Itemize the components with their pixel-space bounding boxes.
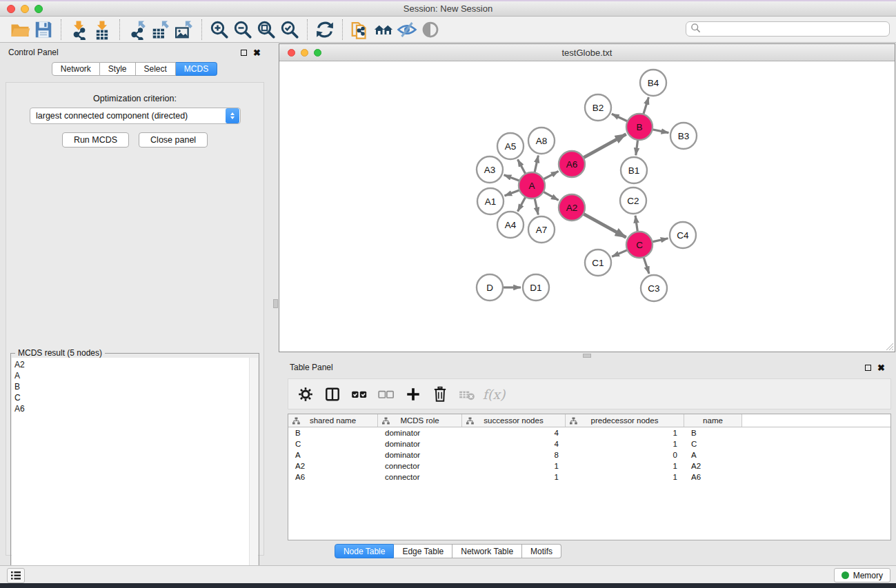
zoom-in-icon[interactable] [208, 19, 231, 41]
column-header-shared-name[interactable]: shared name [288, 414, 378, 427]
cell-successor-nodes[interactable]: 1 [462, 462, 566, 470]
cell-predecessor-nodes[interactable]: 1 [566, 429, 684, 437]
mcds-result-item[interactable]: B [14, 381, 250, 392]
cell-shared-name[interactable]: B [288, 429, 378, 437]
cell-successor-nodes[interactable]: 8 [462, 451, 566, 459]
cell-shared-name[interactable]: A6 [288, 473, 378, 481]
float-table-panel-icon[interactable] [865, 365, 871, 371]
graph-node-A3[interactable]: A3 [477, 156, 503, 183]
home-network-icon[interactable] [372, 19, 395, 41]
cell-name[interactable]: A [684, 451, 742, 459]
import-network-icon[interactable] [67, 19, 90, 41]
graph-node-B2[interactable]: B2 [585, 94, 611, 121]
select-all-checkboxes-icon[interactable] [349, 384, 370, 405]
tab-mcds[interactable]: MCDS [176, 62, 217, 76]
open-folder-icon[interactable] [8, 19, 32, 41]
cell-name[interactable]: A6 [684, 473, 742, 481]
table-row[interactable]: Cdominator41C [288, 438, 890, 449]
graph-node-B1[interactable]: B1 [621, 157, 647, 183]
cell-successor-nodes[interactable]: 1 [462, 473, 566, 481]
graph-node-D1[interactable]: D1 [523, 274, 549, 301]
deselect-checkboxes-icon[interactable] [376, 384, 397, 405]
mcds-result-item[interactable]: A [14, 370, 250, 381]
column-header-successor-nodes[interactable]: successor nodes [462, 414, 566, 427]
search-input[interactable] [701, 23, 889, 35]
cell-name[interactable]: C [684, 440, 742, 448]
show-eye-icon[interactable] [419, 19, 442, 41]
graph-node-A8[interactable]: A8 [528, 128, 555, 154]
table-row[interactable]: A2connector11A2 [288, 460, 890, 472]
graph-node-C3[interactable]: C3 [641, 275, 667, 301]
cell-predecessor-nodes[interactable]: 1 [566, 473, 684, 481]
tab-node-table[interactable]: Node Table [335, 544, 395, 558]
graph-node-A5[interactable]: A5 [497, 133, 524, 159]
delete-column-trash-icon[interactable] [430, 384, 450, 405]
mcds-result-item[interactable]: C [14, 392, 250, 403]
cell-shared-name[interactable]: C [288, 440, 378, 448]
refresh-icon[interactable] [313, 19, 337, 41]
settings-gear-icon[interactable] [295, 384, 316, 405]
zoom-selected-icon[interactable] [278, 19, 301, 41]
mcds-result-item[interactable]: A6 [14, 403, 250, 414]
column-header-MCDS-role[interactable]: MCDS role [378, 414, 462, 427]
graph-node-A4[interactable]: A4 [497, 212, 524, 238]
cell-predecessor-nodes[interactable]: 0 [566, 451, 684, 459]
copy-network-document-icon[interactable] [348, 19, 372, 41]
cell-MCDS-role[interactable]: dominator [378, 429, 462, 437]
search-box[interactable] [686, 21, 890, 37]
graph-node-B3[interactable]: B3 [670, 123, 697, 149]
cell-predecessor-nodes[interactable]: 1 [566, 440, 684, 448]
zoom-out-icon[interactable] [231, 19, 255, 41]
column-header-name[interactable]: name [684, 414, 742, 427]
cell-name[interactable]: A2 [684, 462, 742, 470]
run-mcds-button[interactable]: Run MCDS [62, 132, 129, 148]
cell-shared-name[interactable]: A [288, 451, 378, 459]
cell-MCDS-role[interactable]: dominator [378, 451, 462, 459]
cell-successor-nodes[interactable]: 4 [462, 440, 566, 448]
cell-name[interactable]: B [684, 429, 742, 437]
graph-node-C4[interactable]: C4 [670, 222, 696, 248]
export-table-icon[interactable] [149, 19, 172, 41]
task-list-button[interactable] [7, 568, 25, 583]
cell-successor-nodes[interactable]: 4 [462, 429, 566, 437]
network-window-title-bar[interactable]: testGlobe.txt [279, 44, 895, 61]
table-row[interactable]: A6connector11A6 [288, 472, 890, 483]
graph-node-D[interactable]: D [477, 274, 503, 301]
zoom-fit-icon[interactable] [255, 19, 278, 41]
hide-panels-icon[interactable] [395, 19, 419, 41]
close-panel-button[interactable]: Close panel [139, 132, 208, 148]
graph-node-A7[interactable]: A7 [528, 216, 555, 243]
graph-node-A6[interactable]: A6 [559, 151, 585, 177]
cell-MCDS-role[interactable]: connector [378, 473, 462, 481]
float-panel-icon[interactable] [241, 50, 247, 56]
add-column-icon[interactable] [403, 384, 424, 405]
graph-node-C2[interactable]: C2 [620, 187, 646, 214]
resize-grip-icon[interactable] [885, 342, 893, 350]
close-table-panel-icon[interactable]: ✖ [877, 365, 885, 371]
graph-node-B[interactable]: B [626, 114, 653, 140]
graph-node-A[interactable]: A [519, 172, 545, 199]
import-table-icon[interactable] [90, 19, 114, 41]
cell-predecessor-nodes[interactable]: 1 [566, 462, 684, 470]
mcds-result-item[interactable]: A2 [14, 359, 250, 370]
tab-edge-table[interactable]: Edge Table [394, 544, 452, 558]
network-vertical-scroll-thumb[interactable] [273, 299, 278, 308]
table-row[interactable]: Adominator80A [288, 449, 890, 460]
graph-node-C1[interactable]: C1 [585, 250, 611, 276]
tab-motifs[interactable]: Motifs [522, 544, 561, 558]
export-network-icon[interactable] [126, 19, 149, 41]
graph-node-A1[interactable]: A1 [477, 188, 504, 214]
criterion-dropdown[interactable]: largest connected component (directed) [30, 108, 241, 124]
tab-style[interactable]: Style [100, 62, 136, 76]
graph-node-A2[interactable]: A2 [559, 194, 585, 221]
cell-shared-name[interactable]: A2 [288, 462, 378, 470]
tab-network-table[interactable]: Network Table [452, 544, 522, 558]
cell-MCDS-role[interactable]: dominator [378, 440, 462, 448]
cell-MCDS-role[interactable]: connector [378, 462, 462, 470]
graph-node-C[interactable]: C [626, 232, 653, 258]
export-image-icon[interactable] [172, 19, 196, 41]
tab-network[interactable]: Network [52, 62, 100, 76]
split-columns-icon[interactable] [322, 384, 343, 405]
table-row[interactable]: Bdominator41B [288, 427, 890, 438]
network-horizontal-scroll-thumb[interactable] [583, 354, 591, 358]
